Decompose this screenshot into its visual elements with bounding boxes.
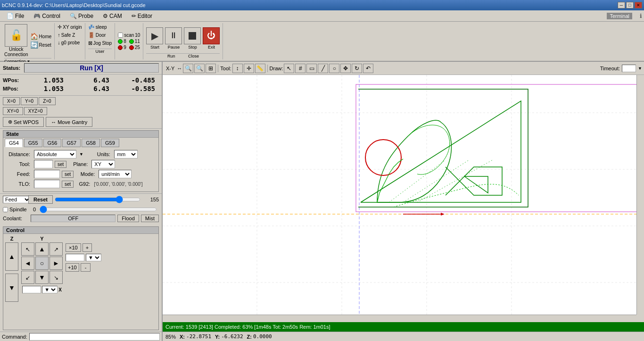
bottom-status-bar: Current: 1539 [2413] Completed: 63% [1m4… bbox=[163, 322, 644, 332]
tool-set-button[interactable]: set bbox=[55, 161, 66, 168]
jog-minus-button[interactable]: - bbox=[81, 263, 91, 272]
xyz0-button[interactable]: XYZ=0 bbox=[24, 107, 47, 115]
tlo-set-button[interactable]: set bbox=[62, 181, 74, 188]
draw-circle-button[interactable]: ○ bbox=[329, 64, 339, 73]
move-gantry-button[interactable]: ↔ Move Gantry bbox=[46, 117, 92, 127]
canvas-area: X-Y ↔ 🔍 🔍 ⊞ Tool: ↕ ✛ 📏 Draw: ↖ # ▭ ╱ ○ … bbox=[163, 62, 644, 341]
exit-button[interactable]: ⏻ bbox=[203, 27, 220, 44]
menu-probe[interactable]: 🔍 Probe bbox=[65, 12, 98, 20]
step-unit-select[interactable]: ▼ bbox=[42, 286, 58, 293]
draw-line-button[interactable]: ╱ bbox=[318, 64, 328, 73]
z0-button[interactable]: Z=0 bbox=[39, 97, 56, 105]
x0-button[interactable]: X=0 bbox=[3, 97, 20, 105]
unlock-connection-button[interactable]: 🔓 Unlock Connection bbox=[4, 24, 28, 57]
jog-step-input[interactable]: 0.5 bbox=[66, 254, 84, 261]
xy-origin-button[interactable]: ✛ XY origin bbox=[58, 24, 82, 30]
timeout-input[interactable]: 5 bbox=[622, 65, 636, 72]
g0probe-button[interactable]: ↓ g0 probe bbox=[58, 40, 80, 45]
zoom-out-button[interactable]: 🔍 bbox=[194, 64, 205, 73]
feed-type-select[interactable]: Feed bbox=[3, 196, 31, 203]
sleep-button[interactable]: 💤 sleep bbox=[88, 24, 107, 30]
zoom-in-button[interactable]: 🔍 bbox=[183, 64, 193, 73]
distance-select[interactable]: Absolute bbox=[34, 150, 76, 158]
reset-button[interactable]: 🔄 Reset bbox=[30, 41, 52, 49]
start-button[interactable]: ▶ bbox=[146, 27, 163, 44]
maximize-button[interactable]: □ bbox=[626, 2, 634, 8]
tab-g56[interactable]: G56 bbox=[43, 139, 62, 147]
plus10-button[interactable]: +10 bbox=[66, 263, 79, 272]
feed-spindle-section: Feed Reset 155 Spindle 0 Coolant: OFF Fl… bbox=[0, 193, 162, 225]
plane-select[interactable]: XY bbox=[91, 160, 115, 168]
spindle-slider[interactable] bbox=[40, 206, 157, 213]
pause-button[interactable]: ⏸ bbox=[165, 27, 182, 44]
bottom-status-text: Current: 1539 [2413] Completed: 63% [1m4… bbox=[165, 324, 330, 330]
door-button[interactable]: 🚪 Door bbox=[88, 32, 106, 38]
scan-checkbox[interactable] bbox=[118, 33, 123, 38]
tab-g55[interactable]: G55 bbox=[24, 139, 42, 147]
zoom-fit-button[interactable]: ⊞ bbox=[206, 64, 216, 73]
tool-cursor-button[interactable]: ↕ bbox=[232, 64, 243, 73]
mist-button[interactable]: Mist bbox=[141, 215, 159, 222]
tlo-input[interactable]: 0.000 bbox=[34, 180, 60, 188]
tool-crosshair-button[interactable]: ✛ bbox=[244, 64, 254, 73]
scrollbar-vertical[interactable] bbox=[636, 75, 644, 315]
tool-input[interactable]: 0 bbox=[34, 160, 53, 168]
jog-ul-button[interactable] bbox=[21, 242, 34, 256]
jog-dr-button[interactable] bbox=[50, 271, 63, 284]
help-icon: ℹ bbox=[640, 13, 642, 19]
tab-g57[interactable]: G57 bbox=[62, 139, 81, 147]
z-down-button[interactable]: ▼ bbox=[5, 274, 18, 302]
jog-plus-button[interactable]: + bbox=[83, 243, 92, 252]
units-select[interactable]: mm bbox=[114, 150, 138, 158]
step-input[interactable]: 0.1 bbox=[22, 286, 41, 293]
feed-slider[interactable] bbox=[55, 196, 140, 203]
stop-button[interactable] bbox=[184, 27, 201, 44]
menu-cam[interactable]: ⚙ CAM bbox=[98, 12, 127, 20]
draw-rotate-button[interactable]: ↻ bbox=[352, 64, 362, 73]
feed-input[interactable]: 462.0 bbox=[34, 170, 60, 178]
draw-rect-button[interactable]: ▭ bbox=[306, 64, 317, 73]
jog-center-button[interactable]: ○ bbox=[35, 257, 49, 270]
draw-undo-button[interactable]: ↶ bbox=[363, 64, 373, 73]
jog-up-button[interactable] bbox=[35, 242, 49, 256]
draw-move-button[interactable]: ✥ bbox=[340, 64, 351, 73]
menu-bar: 📄 File 🎮 Control 🔍 Probe ⚙ CAM ✏ Editor … bbox=[0, 10, 644, 22]
command-input[interactable] bbox=[29, 333, 160, 341]
feed-reset-button[interactable]: Reset bbox=[28, 195, 53, 204]
jog-left-button[interactable] bbox=[21, 257, 34, 270]
scrollbar-horizontal[interactable] bbox=[163, 315, 636, 322]
z-up-button[interactable]: ▲ bbox=[5, 242, 18, 271]
tab-g54[interactable]: G54 bbox=[5, 139, 23, 147]
menu-editor[interactable]: ✏ Editor bbox=[127, 12, 157, 20]
xy0-button[interactable]: XY=0 bbox=[3, 107, 23, 115]
minimize-button[interactable]: ─ bbox=[618, 2, 625, 8]
draw-grid-button[interactable]: # bbox=[295, 64, 305, 73]
jog-ur-button[interactable] bbox=[50, 242, 63, 256]
jog-stop-button[interactable]: ⊠ Jog Stop bbox=[88, 40, 112, 46]
close-button[interactable]: ✕ bbox=[635, 2, 642, 8]
safe-z-button[interactable]: ↑ Safe Z bbox=[58, 32, 75, 38]
feed-set-button[interactable]: set bbox=[62, 171, 74, 178]
jog-down-button[interactable] bbox=[35, 271, 49, 284]
tab-g59[interactable]: G59 bbox=[101, 139, 119, 147]
menu-control[interactable]: 🎮 Control bbox=[29, 12, 65, 20]
coolant-status: OFF bbox=[31, 215, 116, 222]
tab-g58[interactable]: G58 bbox=[82, 139, 100, 147]
mode-select[interactable]: unit/min bbox=[99, 170, 132, 178]
jog-step-select[interactable]: ▼ bbox=[86, 254, 101, 261]
position-display: WPos: 1.053 6.43 -0.485 MPos: 1.053 6.43… bbox=[0, 75, 162, 96]
flood-button[interactable]: Flood bbox=[117, 215, 139, 222]
y-jog-column: Y ○ 0.1 ▼ bbox=[21, 236, 63, 302]
draw-select-button[interactable]: ↖ bbox=[284, 64, 294, 73]
home-button[interactable]: 🏠 Home bbox=[30, 33, 52, 40]
menu-file[interactable]: 📄 File bbox=[2, 12, 29, 20]
timeout-dropdown[interactable]: ▼ bbox=[638, 66, 642, 71]
jog-right-button[interactable] bbox=[50, 257, 63, 270]
spindle-checkbox[interactable] bbox=[3, 207, 8, 212]
menu-terminal[interactable]: Terminal bbox=[602, 12, 637, 20]
jog-dl-button[interactable] bbox=[21, 271, 34, 284]
y0-button[interactable]: Y=0 bbox=[21, 97, 38, 105]
x10-button[interactable]: ×10 bbox=[66, 243, 81, 252]
tool-measure-button[interactable]: 📏 bbox=[255, 64, 265, 73]
set-wpos-button[interactable]: ⊕ Set WPOS bbox=[3, 117, 44, 127]
